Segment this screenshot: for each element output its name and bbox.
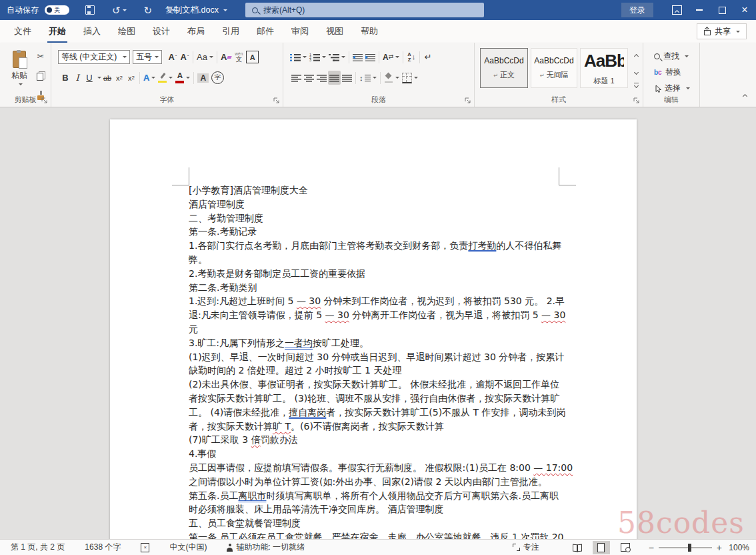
document-line[interactable]: 弊。 [189,253,563,267]
document-line[interactable]: 二、考勤管理制度 [189,211,563,225]
zoom-in-button[interactable]: + [717,543,722,552]
zoom-out-button[interactable]: − [649,543,654,552]
ribbon-tab-邮件[interactable]: 邮件 [248,20,283,43]
line-spacing-button[interactable]: ↕ [358,71,378,85]
document-line[interactable]: 2.考勤表是财务部制定员工工资的重要依据 [189,267,563,281]
redo-button[interactable]: ↻ [140,0,157,20]
document-line[interactable]: (2)未出具休假、事假证明者，按实际天数计算旷工。 休假未经批准，逾期不返回工作… [189,378,563,392]
search-input[interactable]: 搜索(Alt+Q) [245,3,484,17]
document-line[interactable]: 之间请假以小时为单位计算工资(如:外出办事、回家(2)请假 2 天以内由部门主管… [189,475,563,489]
character-shading-button[interactable]: A [196,71,210,85]
maximize-button[interactable] [711,0,733,20]
justify-button[interactable] [328,71,341,85]
numbering-button[interactable] [308,50,327,64]
read-mode-button[interactable] [569,541,586,554]
document-line[interactable]: 1.迟到:凡超过上班时间 5 — 30 分钟未到工作岗位者，视为迟到，将被扣罚 … [189,294,563,308]
document-line[interactable]: (1)迟到、早退、一次时间超过 30 分钟或当日迟到、早退时间累计超过 30 分… [189,350,563,364]
borders-button[interactable] [401,71,419,85]
document-line[interactable]: 者按实际天数计算旷工。 (3)轮班、调班不服从安排，强行自由休假者，按实际天数计… [189,392,563,406]
decrease-indent-button[interactable] [351,50,364,64]
ribbon-tab-插入[interactable]: 插入 [75,20,109,43]
change-case-button[interactable]: Aa [195,50,215,64]
undo-button[interactable]: ↺ [108,0,131,20]
accessibility-status[interactable]: 辅助功能: 一切就绪 [223,541,309,554]
distribute-button[interactable] [341,71,353,85]
cut-button[interactable]: ✂ [35,49,47,63]
document-area[interactable]: [小学教育]酒店管理制度大全酒店管理制度二、考勤管理制度第一条.考勤记录1.各部… [0,107,756,539]
document-line[interactable]: 1.各部门实行点名考勤，月底由部门主管将考勤表交到财务部，负责打考勤的人不得伯私… [189,239,563,253]
minimize-button[interactable] [688,0,711,20]
clipboard-dialog-launcher[interactable] [41,97,48,104]
zoom-slider[interactable] [659,547,712,548]
replace-button[interactable]: bc 替换 [650,66,685,79]
character-border-button[interactable]: A [245,50,260,64]
document-line[interactable]: 第五条.员工离职市时须填写离职单，将所有个人领用物品交齐后方可离职第六条.员工离… [189,489,563,503]
ribbon-tab-视图[interactable]: 视图 [317,20,352,43]
superscript-button[interactable]: x2 [125,71,137,85]
paragraph-dialog-launcher[interactable] [465,97,471,104]
collapse-ribbon-button[interactable] [742,89,748,101]
shrink-font-button[interactable]: Aˇ [179,50,191,64]
style-card-正文[interactable]: AaBbCcDd↵正文 [480,48,528,88]
grow-font-button[interactable]: Aˆ [167,50,179,64]
ribbon-tab-文件[interactable]: 文件 [5,20,40,43]
italic-button[interactable]: I [71,71,83,85]
increase-indent-button[interactable] [364,50,377,64]
select-button[interactable]: 选择 [650,82,694,95]
ribbon-tab-开始[interactable]: 开始 [40,20,75,43]
document-line[interactable]: 员工因事请假，应提前填写请假条。事假实行无薪制度。 准假权限:(1)员工在 8:… [189,461,563,475]
document-line[interactable]: 酒店管理制度 [189,197,563,211]
bold-button[interactable]: B [59,71,71,85]
ribbon-tab-引用[interactable]: 引用 [213,20,248,43]
styles-more-button[interactable] [633,82,639,88]
close-button[interactable]: × [733,0,756,20]
shading-button[interactable] [383,71,401,85]
document-line[interactable]: [小学教育]酒店管理制度大全 [189,183,563,197]
document-line[interactable]: 元 [189,322,563,336]
enclose-characters-button[interactable]: 字 [210,71,225,85]
sort-button[interactable]: AZ↓ [405,50,417,64]
font-name-select[interactable]: 等线 (中文正文) [58,50,130,64]
text-effects-button[interactable]: A [142,71,157,85]
phonetic-guide-button[interactable]: wén文 [233,50,245,64]
ribbon-tab-设计[interactable]: 设计 [144,20,179,43]
zoom-slider-thumb[interactable] [688,544,691,552]
asian-layout-button[interactable]: A⇄ [381,50,401,64]
find-button[interactable]: 查找 [650,50,693,63]
ribbon-tab-绘图[interactable]: 绘图 [109,20,144,43]
styles-scroll-up-button[interactable] [634,49,639,61]
language-status[interactable]: 中文(中国) [165,541,211,554]
styles-dialog-launcher[interactable] [633,97,640,104]
font-size-select[interactable]: 五号 [133,50,162,64]
document-line[interactable]: 工。 (4)请假未经批准，擅自离岗者，按实际天数计算旷工(5)不服从 T 作安排… [189,406,563,420]
multilevel-list-button[interactable] [327,50,347,64]
document-title[interactable]: 复制文档.docx [165,0,227,20]
copy-button[interactable] [35,69,47,83]
word-count-status[interactable]: 1638 个字 [81,541,125,554]
autosave-toggle[interactable]: 关 [45,5,69,15]
print-layout-button[interactable] [593,541,610,554]
document-line[interactable]: 退:凡未向主管领导请假，提前 5 — 30 分钟离开工作岗位者，视为早退，将被扣… [189,308,563,322]
font-color-button[interactable]: A [174,71,191,85]
paste-button[interactable]: 粘贴 [5,48,33,99]
document-line[interactable]: 第二条.考勤类别 [189,281,563,295]
proofing-status-button[interactable]: × [137,542,153,553]
bullets-button[interactable] [289,50,308,64]
document-page[interactable]: [小学教育]酒店管理制度大全酒店管理制度二、考勤管理制度第一条.考勤记录1.各部… [110,119,637,539]
underline-button[interactable]: U [83,71,95,85]
font-dialog-launcher[interactable] [273,97,280,104]
strikethrough-button[interactable]: ab [101,71,113,85]
document-line[interactable]: 3.旷工:凡属下列情形之一者均按旷工处理。 [189,336,563,350]
document-line[interactable]: 第一条.考勤记录 [189,225,563,239]
document-line[interactable]: (7)旷工采取 3 倍罚款办法 [189,433,563,447]
zoom-percentage[interactable]: 100% [727,543,749,552]
document-line[interactable]: 五、员工食堂就餐管理制度 [189,516,563,530]
ribbon-tab-布局[interactable]: 布局 [179,20,213,43]
style-card-标题 1[interactable]: AaBbCcDd标题 1 [580,48,628,88]
document-line[interactable]: 第一条.员工必须在员工食堂就餐，严禁在宿舍、走廊，办公室等地就餐，违反 1 次罚… [189,530,563,539]
show-hide-marks-button[interactable]: ↵ [422,50,434,64]
page-number-status[interactable]: 第 1 页, 共 2 页 [7,541,69,554]
ribbon-display-options-button[interactable] [665,0,688,20]
save-button[interactable] [81,0,99,20]
document-text[interactable]: [小学教育]酒店管理制度大全酒店管理制度二、考勤管理制度第一条.考勤记录1.各部… [189,183,563,539]
